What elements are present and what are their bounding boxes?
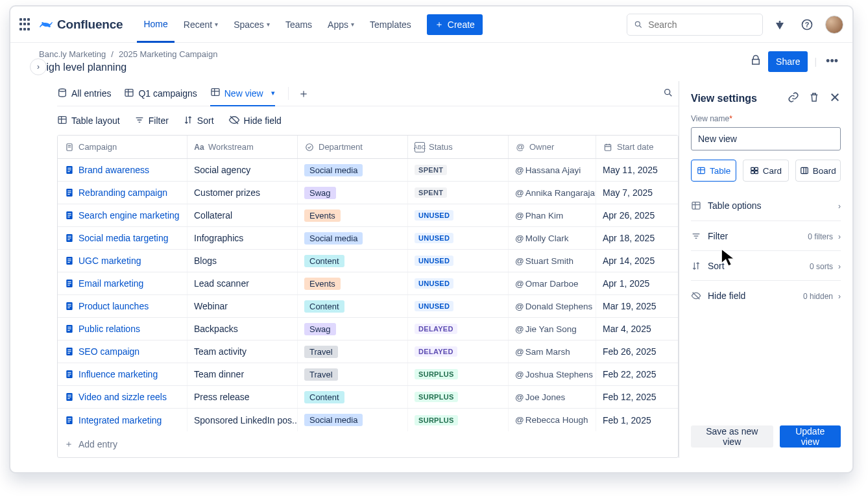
status-cell[interactable]: UNUSED [408, 295, 509, 317]
campaign-link[interactable]: Search engine marketing [64, 210, 180, 221]
owner-cell[interactable]: Phan Kim [509, 204, 596, 226]
profile-avatar[interactable] [825, 16, 843, 34]
owner-cell[interactable]: Stuart Smith [509, 250, 596, 272]
workstream-cell[interactable]: Press release [187, 386, 298, 408]
status-cell[interactable]: SPENT [408, 182, 509, 204]
restrictions-icon[interactable] [750, 54, 762, 69]
department-cell[interactable]: Travel [298, 363, 408, 385]
confluence-logo[interactable]: Confluence [39, 18, 123, 32]
search-database-icon[interactable] [663, 88, 673, 100]
workstream-cell[interactable]: Infographics [187, 227, 298, 249]
option-sort[interactable]: Sort 0 sorts› [691, 250, 841, 280]
tool-filter[interactable]: Filter [134, 115, 169, 127]
breadcrumb-space[interactable]: Banc.ly Marketing [39, 49, 106, 59]
table-row[interactable]: Brand awarenessSocial agencySocial media… [58, 159, 678, 182]
view-type-table[interactable]: Table [691, 160, 736, 182]
table-row[interactable]: Video and sizzle reelsPress releaseConte… [58, 386, 678, 409]
status-cell[interactable]: SURPLUS [408, 409, 509, 431]
owner-cell[interactable]: Sam Marsh [509, 341, 596, 363]
col-start-date[interactable]: Start date [596, 136, 668, 158]
campaign-link[interactable]: Public relations [64, 324, 140, 334]
owner-cell[interactable]: Omar Darboe [509, 272, 596, 294]
status-cell[interactable]: UNUSED [408, 204, 509, 226]
option-hide-field[interactable]: Hide field 0 hidden› [691, 280, 841, 310]
date-cell[interactable]: Apr 14, 2025 [596, 250, 668, 272]
status-cell[interactable]: SURPLUS [408, 386, 509, 408]
owner-cell[interactable]: Rebecca Hough [509, 409, 596, 431]
campaign-link[interactable]: Product launches [64, 301, 149, 311]
col-campaign[interactable]: Campaign [58, 136, 187, 158]
table-row[interactable]: Social media targetingInfographicsSocial… [58, 227, 678, 250]
department-cell[interactable]: Swag [298, 318, 408, 340]
owner-cell[interactable]: Molly Clark [509, 227, 596, 249]
status-cell[interactable]: DELAYED [408, 341, 509, 363]
table-row[interactable]: Rebranding campaignCustomer prizesSwagSP… [58, 182, 678, 204]
option-table-options[interactable]: Table options › [691, 191, 841, 221]
campaign-link[interactable]: Email marketing [64, 278, 143, 289]
workstream-cell[interactable]: Backpacks [187, 318, 298, 340]
notifications-icon[interactable] [769, 14, 790, 35]
date-cell[interactable]: Feb 26, 2025 [596, 341, 668, 363]
more-actions-icon[interactable]: ••• [823, 54, 841, 68]
owner-cell[interactable]: Annika Rangarajan [509, 182, 596, 204]
department-cell[interactable]: Swag [298, 182, 408, 204]
delete-icon[interactable] [808, 91, 820, 105]
date-cell[interactable]: Apr 1, 2025 [596, 272, 668, 294]
update-view-button[interactable]: Update view [780, 425, 841, 448]
department-cell[interactable]: Content [298, 386, 408, 408]
campaign-link[interactable]: Integrated marketing [64, 415, 162, 425]
close-icon[interactable] [829, 91, 841, 105]
share-button[interactable]: Share [768, 51, 808, 72]
breadcrumb-page[interactable]: 2025 Marketing Campaign [119, 49, 217, 59]
search-input-wrap[interactable] [627, 14, 763, 36]
workstream-cell[interactable]: Team dinner [187, 363, 298, 385]
table-row[interactable]: Public relationsBackpacksSwagDELAYEDJie … [58, 318, 678, 341]
tab-new-view[interactable]: New view ▾ [210, 82, 275, 106]
department-cell[interactable]: Social media [298, 159, 408, 181]
campaign-link[interactable]: Rebranding campaign [64, 187, 167, 198]
search-input[interactable] [648, 19, 756, 30]
workstream-cell[interactable]: Collateral [187, 204, 298, 226]
table-row[interactable]: SEO campaignTeam activityTravelDELAYEDSa… [58, 341, 678, 363]
workstream-cell[interactable]: Sponsored LinkedIn pos... [187, 409, 298, 431]
save-as-new-view-button[interactable]: Save as new view [691, 425, 773, 448]
status-cell[interactable]: DELAYED [408, 318, 509, 340]
copy-link-icon[interactable] [788, 91, 799, 105]
department-cell[interactable]: Content [298, 295, 408, 317]
nav-apps[interactable]: Apps▾ [321, 6, 361, 43]
owner-cell[interactable]: Donald Stephens [509, 295, 596, 317]
workstream-cell[interactable]: Customer prizes [187, 182, 298, 204]
date-cell[interactable]: Apr 26, 2025 [596, 204, 668, 226]
status-cell[interactable]: UNUSED [408, 272, 509, 294]
campaign-link[interactable]: Video and sizzle reels [64, 392, 167, 402]
date-cell[interactable]: May 11, 2025 [596, 159, 668, 181]
status-cell[interactable]: UNUSED [408, 227, 509, 249]
date-cell[interactable]: Mar 4, 2025 [596, 318, 668, 340]
department-cell[interactable]: Social media [298, 227, 408, 249]
date-cell[interactable]: Feb 12, 2025 [596, 386, 668, 408]
col-owner[interactable]: @Owner [509, 136, 596, 158]
tool-sort[interactable]: Sort [183, 115, 214, 127]
tool-table-layout[interactable]: Table layout [57, 115, 120, 127]
table-row[interactable]: Email marketingLead scannerEventsUNUSEDO… [58, 272, 678, 295]
nav-templates[interactable]: Templates [363, 6, 418, 43]
department-cell[interactable]: Content [298, 250, 408, 272]
owner-cell[interactable]: Joe Jones [509, 386, 596, 408]
owner-cell[interactable]: Joshua Stephens [509, 363, 596, 385]
col-department[interactable]: Department [298, 136, 408, 158]
add-entry-button[interactable]: ＋ Add entry [58, 431, 678, 457]
nav-teams[interactable]: Teams [279, 6, 319, 43]
workstream-cell[interactable]: Social agency [187, 159, 298, 181]
add-tab-button[interactable]: ＋ [288, 87, 313, 100]
workstream-cell[interactable]: Webinar [187, 295, 298, 317]
table-row[interactable]: Influence marketingTeam dinnerTravelSURP… [58, 363, 678, 386]
date-cell[interactable]: Feb 1, 2025 [596, 409, 668, 431]
date-cell[interactable]: Mar 19, 2025 [596, 295, 668, 317]
tab-q1-campaigns[interactable]: Q1 campaigns [124, 81, 197, 106]
campaign-link[interactable]: Brand awareness [64, 165, 149, 175]
status-cell[interactable]: SURPLUS [408, 363, 509, 385]
tool-hide-field[interactable]: Hide field [228, 114, 282, 128]
date-cell[interactable]: Feb 22, 2025 [596, 363, 668, 385]
chevron-down-icon[interactable]: ▾ [271, 89, 275, 97]
app-switcher-icon[interactable] [17, 17, 32, 32]
